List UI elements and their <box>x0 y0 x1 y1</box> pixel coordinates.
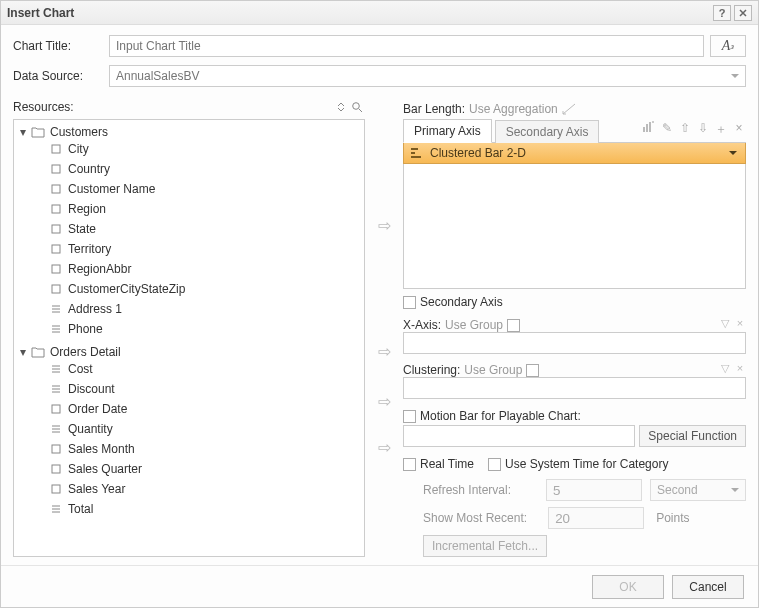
tree-label: Address 1 <box>68 302 122 316</box>
font-button[interactable]: A₃ <box>710 35 746 57</box>
tree-label: Customer Name <box>68 182 155 196</box>
special-function-button[interactable]: Special Function <box>639 425 746 447</box>
svg-rect-9 <box>52 405 60 413</box>
tree-item[interactable]: Order Date <box>36 402 364 416</box>
svg-rect-4 <box>52 205 60 213</box>
search-icon[interactable] <box>349 99 365 115</box>
tree-item[interactable]: State <box>36 222 364 236</box>
cancel-button[interactable]: Cancel <box>672 575 744 599</box>
triangle-down-icon[interactable]: ▾ <box>18 345 28 359</box>
motion-input[interactable] <box>403 425 635 447</box>
systime-checkbox[interactable] <box>488 458 501 471</box>
triangle-down-icon[interactable]: ▾ <box>18 125 28 139</box>
sort-icon[interactable] <box>333 99 349 115</box>
tree-label: Sales Year <box>68 482 125 496</box>
refresh-unit-value: Second <box>657 483 698 497</box>
tree-item[interactable]: RegionAbbr <box>36 262 364 276</box>
text-icon <box>48 362 64 376</box>
tab-primary-axis[interactable]: Primary Axis <box>403 119 492 143</box>
add-series-icon[interactable] <box>642 121 656 138</box>
svg-rect-8 <box>52 285 60 293</box>
move-up-icon[interactable]: ⇧ <box>678 121 692 138</box>
field-icon <box>48 222 64 236</box>
close-button[interactable] <box>734 5 752 21</box>
text-icon <box>48 322 64 336</box>
xaxis-usegroup-checkbox[interactable] <box>507 319 520 332</box>
chart-title-input[interactable] <box>109 35 704 57</box>
chart-type-combo[interactable]: Clustered Bar 2-D <box>403 143 746 164</box>
secondary-axis-checkbox[interactable] <box>403 296 416 309</box>
tree-item[interactable]: Country <box>36 162 364 176</box>
tree-item[interactable]: Discount <box>36 382 364 396</box>
edit-icon[interactable]: ✎ <box>660 121 674 138</box>
clustering-usegroup-checkbox[interactable] <box>526 364 539 377</box>
tree-item[interactable]: Cost <box>36 362 364 376</box>
xaxis-clear-icon[interactable]: × <box>734 317 746 330</box>
svg-rect-2 <box>52 165 60 173</box>
tree-item[interactable]: Total <box>36 502 364 516</box>
tree-item[interactable]: Region <box>36 202 364 216</box>
refresh-label: Refresh Interval: <box>423 483 538 497</box>
resources-tree[interactable]: ▾CustomersCityCountryCustomer NameRegion… <box>13 119 365 557</box>
tree-item[interactable]: Sales Month <box>36 442 364 456</box>
folder-icon <box>30 345 46 359</box>
svg-rect-7 <box>52 265 60 273</box>
svg-rect-12 <box>52 485 60 493</box>
clustering-hint: Use Group <box>464 363 522 377</box>
tree-item[interactable]: Phone <box>36 322 364 336</box>
arrow-motion-icon[interactable]: ⇨ <box>378 437 391 457</box>
text-icon <box>48 382 64 396</box>
tree-item[interactable]: Sales Year <box>36 482 364 496</box>
systime-label: Use System Time for Category <box>505 457 668 471</box>
help-button[interactable]: ? <box>713 5 731 21</box>
bar-length-label: Bar Length: <box>403 102 465 116</box>
recent-unit: Points <box>652 511 746 525</box>
tree-item[interactable]: CustomerCityStateZip <box>36 282 364 296</box>
field-icon <box>48 482 64 496</box>
svg-rect-16 <box>411 148 418 150</box>
secondary-axis-label: Secondary Axis <box>420 295 503 309</box>
tree-label: Phone <box>68 322 103 336</box>
incremental-fetch-button: Incremental Fetch... <box>423 535 547 557</box>
tree-item[interactable]: Customer Name <box>36 182 364 196</box>
motion-label: Motion Bar for Playable Chart: <box>420 409 581 423</box>
ok-button: OK <box>592 575 664 599</box>
tree-item[interactable]: City <box>36 142 364 156</box>
bar-length-icon[interactable] <box>562 103 576 115</box>
remove-icon[interactable]: × <box>732 121 746 138</box>
tree-label: Discount <box>68 382 115 396</box>
arrow-primary-icon[interactable]: ⇨ <box>378 215 391 235</box>
tree-folder[interactable]: ▾Customers <box>18 125 364 139</box>
tree-folder[interactable]: ▾Orders Detail <box>18 345 364 359</box>
tree-label: Territory <box>68 242 111 256</box>
dialog-titlebar: Insert Chart ? <box>1 1 758 25</box>
tree-label: Orders Detail <box>50 345 121 359</box>
add-icon[interactable]: ＋ <box>714 121 728 138</box>
arrow-clustering-icon[interactable]: ⇨ <box>378 391 391 411</box>
clustering-input[interactable] <box>403 377 746 399</box>
tab-secondary-axis[interactable]: Secondary Axis <box>495 120 600 143</box>
field-icon <box>48 282 64 296</box>
svg-rect-5 <box>52 225 60 233</box>
clustering-filter-icon[interactable]: ▽ <box>719 362 731 375</box>
xaxis-filter-icon[interactable]: ▽ <box>719 317 731 330</box>
clustering-clear-icon[interactable]: × <box>734 362 746 375</box>
field-icon <box>48 402 64 416</box>
tree-item[interactable]: Territory <box>36 242 364 256</box>
arrow-xaxis-icon[interactable]: ⇨ <box>378 341 391 361</box>
realtime-checkbox[interactable] <box>403 458 416 471</box>
refresh-interval-input <box>546 479 642 501</box>
field-icon <box>48 202 64 216</box>
tree-item[interactable]: Sales Quarter <box>36 462 364 476</box>
text-icon <box>48 302 64 316</box>
primary-axis-drop-area[interactable] <box>403 164 746 289</box>
svg-rect-11 <box>52 465 60 473</box>
data-source-combo[interactable]: AnnualSalesBV <box>109 65 746 87</box>
tree-item[interactable]: Quantity <box>36 422 364 436</box>
tree-item[interactable]: Address 1 <box>36 302 364 316</box>
transfer-arrows: ⇨ ⇨ ⇨ ⇨ <box>373 99 395 557</box>
motion-checkbox[interactable] <box>403 410 416 423</box>
tree-label: State <box>68 222 96 236</box>
xaxis-input[interactable] <box>403 332 746 354</box>
move-down-icon[interactable]: ⇩ <box>696 121 710 138</box>
